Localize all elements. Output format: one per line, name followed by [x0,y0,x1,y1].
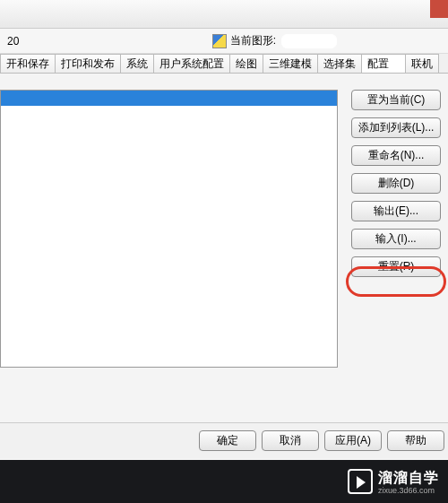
tab-user-config[interactable]: 用户系统配置 [153,54,230,73]
dialog-window: 20 当前图形: 开和保存 打印和发布 系统 用户系统配置 绘图 三维建模 选择… [0,0,448,503]
profiles-listbox[interactable] [0,90,338,368]
play-icon [348,469,373,494]
watermark-sub-text: zixue.3d66.com [378,486,439,495]
tab-profiles[interactable]: 配置 [361,54,406,73]
title-bar [0,0,448,29]
apply-button[interactable]: 应用(A) [324,430,382,451]
watermark-footer: 溜溜自学 zixue.3d66.com [0,460,448,503]
tab-strip: 开和保存 打印和发布 系统 用户系统配置 绘图 三维建模 选择集 配置 联机 [0,54,448,74]
cancel-button[interactable]: 取消 [262,430,319,451]
tab-3d-modeling[interactable]: 三维建模 [263,54,318,73]
tab-print-publish[interactable]: 打印和发布 [55,54,121,73]
content-area: 置为当前(C) 添加到列表(L)... 重命名(N)... 删除(D) 输出(E… [0,74,448,459]
add-to-list-button[interactable]: 添加到列表(L)... [351,117,441,138]
drawing-name-field [281,34,337,48]
watermark-logo: 溜溜自学 zixue.3d66.com [348,469,439,495]
dialog-button-bar: 确定 取消 应用(A) 帮助 [0,422,448,458]
watermark-main-text: 溜溜自学 [378,469,439,488]
import-button[interactable]: 输入(I)... [351,229,441,249]
header-row: 20 当前图形: [0,29,448,54]
export-button[interactable]: 输出(E)... [351,201,441,221]
drawing-icon [212,34,227,48]
help-button[interactable]: 帮助 [387,430,444,451]
set-current-button[interactable]: 置为当前(C) [351,90,441,110]
close-icon[interactable] [430,0,448,18]
side-button-group: 置为当前(C) 添加到列表(L)... 重命名(N)... 删除(D) 输出(E… [351,90,441,277]
rename-button[interactable]: 重命名(N)... [351,145,441,166]
tab-drafting[interactable]: 绘图 [229,54,263,73]
list-item[interactable] [1,91,337,106]
ok-button[interactable]: 确定 [199,430,256,451]
tab-online[interactable]: 联机 [405,54,439,73]
tab-system[interactable]: 系统 [120,54,154,73]
current-drawing-label: 当前图形: [230,33,276,48]
delete-button[interactable]: 删除(D) [351,173,441,194]
reset-button[interactable]: 重置(R) [351,256,441,277]
tab-open-save[interactable]: 开和保存 [0,54,56,73]
header-left-text: 20 [7,35,19,48]
tab-selection[interactable]: 选择集 [317,54,362,73]
